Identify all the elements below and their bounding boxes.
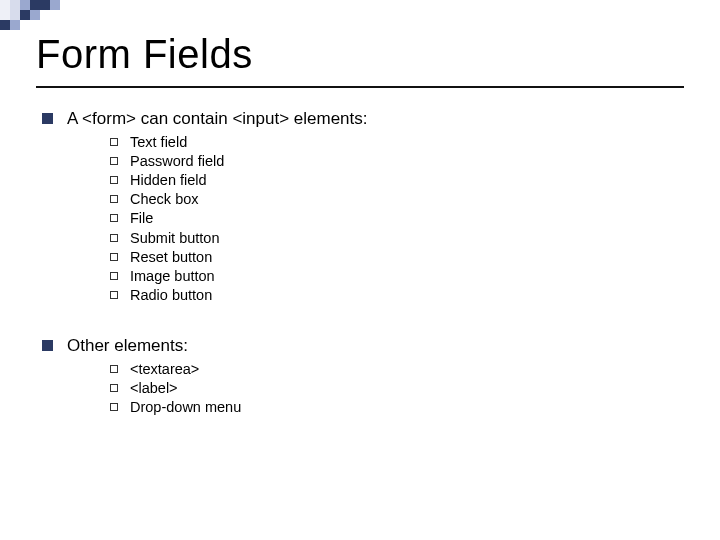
- open-square-icon: [110, 234, 118, 242]
- sub-bullet-text: <label>: [130, 379, 178, 398]
- sub-bullet: Drop-down menu: [110, 398, 684, 417]
- sub-bullet: File: [110, 209, 684, 228]
- bullet-level1: A <form> can contain <input> elements:: [42, 108, 684, 131]
- sub-bullet-text: Password field: [130, 152, 224, 171]
- sub-bullet: Radio button: [110, 286, 684, 305]
- sub-bullet: <textarea>: [110, 360, 684, 379]
- slide: Form Fields A <form> can contain <input>…: [0, 0, 720, 540]
- sub-bullet-text: Submit button: [130, 229, 219, 248]
- open-square-icon: [110, 403, 118, 411]
- sub-bullet: Image button: [110, 267, 684, 286]
- open-square-icon: [110, 176, 118, 184]
- bullet-level1: Other elements:: [42, 335, 684, 358]
- sub-list: Text field Password field Hidden field C…: [110, 133, 684, 305]
- sub-list: <textarea> <label> Drop-down menu: [110, 360, 684, 417]
- bullet-text: A <form> can contain <input> elements:: [67, 108, 368, 131]
- sub-bullet: Text field: [110, 133, 684, 152]
- open-square-icon: [110, 272, 118, 280]
- open-square-icon: [110, 291, 118, 299]
- sub-bullet-text: Radio button: [130, 286, 212, 305]
- sub-bullet-text: Drop-down menu: [130, 398, 241, 417]
- open-square-icon: [110, 384, 118, 392]
- open-square-icon: [110, 365, 118, 373]
- open-square-icon: [110, 138, 118, 146]
- sub-bullet: Hidden field: [110, 171, 684, 190]
- sub-bullet-text: Image button: [130, 267, 215, 286]
- sub-bullet: Submit button: [110, 229, 684, 248]
- sub-bullet: Password field: [110, 152, 684, 171]
- sub-bullet-text: Reset button: [130, 248, 212, 267]
- title-underline: [36, 86, 684, 88]
- sub-bullet-text: File: [130, 209, 153, 228]
- open-square-icon: [110, 214, 118, 222]
- slide-title: Form Fields: [36, 32, 253, 77]
- bullet-text: Other elements:: [67, 335, 188, 358]
- sub-bullet: <label>: [110, 379, 684, 398]
- sub-bullet-text: Text field: [130, 133, 187, 152]
- sub-bullet-text: Hidden field: [130, 171, 207, 190]
- open-square-icon: [110, 157, 118, 165]
- sub-bullet-text: Check box: [130, 190, 199, 209]
- slide-body: A <form> can contain <input> elements: T…: [42, 102, 684, 431]
- open-square-icon: [110, 195, 118, 203]
- open-square-icon: [110, 253, 118, 261]
- sub-bullet-text: <textarea>: [130, 360, 199, 379]
- sub-bullet: Reset button: [110, 248, 684, 267]
- sub-bullet: Check box: [110, 190, 684, 209]
- square-bullet-icon: [42, 113, 53, 124]
- square-bullet-icon: [42, 340, 53, 351]
